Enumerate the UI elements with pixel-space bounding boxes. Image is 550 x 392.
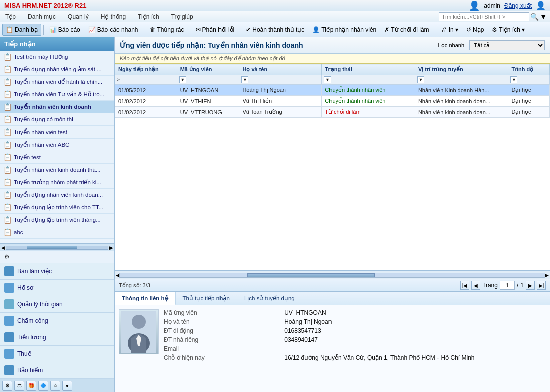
bottom-icon-2[interactable]: 🎁	[26, 381, 36, 391]
sidebar-item-label-5: Tuyển dụng có môn thi	[14, 116, 73, 123]
toolbar-bao-cao[interactable]: 📊 Báo cáo	[46, 24, 84, 36]
toolbar-hoan-thanh[interactable]: ✔ Hoàn thành thủ tục	[242, 24, 308, 36]
toolbar-bao-cao-nhanh[interactable]: 📈 Báo cáo nhanh	[85, 24, 142, 36]
tab-lich-su-tuyen-dung[interactable]: Lịch sử tuyển dụng	[237, 292, 302, 305]
sidebar-nav-cham-cong[interactable]: Chấm công	[0, 313, 114, 329]
page-number-input[interactable]	[500, 281, 515, 290]
toolbar-tu-choi[interactable]: ✗ Từ chối đi làm	[381, 24, 432, 36]
filter-trinh-do-icon[interactable]: ▼	[510, 76, 517, 83]
sidebar-nav-ban-lam-viec[interactable]: Bàn làm việc	[0, 263, 114, 280]
search-input[interactable]	[439, 12, 529, 21]
sidebar-item-7[interactable]: 📋 Tuyển nhân viên ABC	[0, 139, 114, 151]
dt-nha-rieng-label: ĐT nhà riêng	[164, 336, 276, 343]
sidebar-nav-quan-ly-thoi-gian[interactable]: Quản lý thời gian	[0, 296, 114, 313]
sidebar-item-icon-4: 📋	[3, 103, 12, 111]
table-row[interactable]: 01/02/2012 UV_VTHIEN Vũ Thị Hiền Chuyển …	[115, 96, 550, 107]
svg-point-1	[132, 315, 146, 329]
prev-page-btn[interactable]: ◀	[471, 281, 480, 290]
menu-quan-ly[interactable]: Quản lý	[66, 12, 91, 21]
cham-cong-label: Chấm công	[17, 317, 48, 324]
filter-select[interactable]: Tất cả Chuyển thành nhân viên Từ chối đi…	[469, 40, 545, 50]
separator-5	[435, 25, 435, 35]
bao-cao-label: Báo cáo	[58, 26, 80, 33]
search-icon[interactable]: 🔍	[530, 13, 539, 21]
toolbar-tiep-nhan-nv[interactable]: 👤 Tiếp nhận nhân viên	[309, 24, 380, 36]
sidebar-item-13[interactable]: 📋 Tuyển dụng lập trình viên tháng...	[0, 214, 114, 226]
col-vi-tri[interactable]: Vị trí trúng tuyển	[415, 64, 508, 75]
sidebar-item-14[interactable]: 📋 abc	[0, 226, 114, 239]
sidebar-item-2[interactable]: 📋 Tuyển nhân viên để hành là chín...	[0, 76, 114, 88]
hscroll-thumb[interactable]	[247, 273, 375, 277]
toolbar-danh-ba[interactable]: 📋 Danh bạ	[2, 24, 41, 36]
table-hscroll[interactable]: ◀ ▶	[115, 271, 550, 279]
sidebar-item-4[interactable]: 📋 Tuyển nhân viên kinh doanh	[0, 101, 114, 113]
filter-ma-icon[interactable]: ▼	[179, 76, 186, 83]
toolbar-phan-hoi-loi[interactable]: ✉ Phản hồi lỗi	[192, 24, 238, 36]
sidebar-item-8[interactable]: 📋 Tuyển test	[0, 151, 114, 164]
filter-ten-icon[interactable]: ▼	[241, 76, 248, 83]
sidebar-item-10[interactable]: 📋 Tuyển trưởng nhóm phát triển ki...	[0, 176, 114, 189]
sidebar-scroll-right[interactable]: ▶	[108, 245, 114, 250]
sidebar-list: 📋 Test trên máy Hường 📋 Tuyển dụng nhân …	[0, 51, 114, 243]
bottom-icon-5[interactable]: ●	[62, 381, 72, 391]
sidebar-item-label-0: Test trên máy Hường	[14, 53, 68, 60]
content-header: Ứng viên được tiếp nhận: Tuyển nhân viên…	[115, 37, 550, 54]
sidebar-item-6[interactable]: 📋 Tuyển nhân viên test	[0, 126, 114, 139]
filter-trang-thai-icon[interactable]: ▼	[324, 76, 331, 83]
col-ngay-tiep-nhan[interactable]: Ngày tiếp nhận	[115, 64, 177, 75]
sidebar-item-label-7: Tuyển nhân viên ABC	[14, 141, 69, 148]
bottom-icon-0[interactable]: ⚙	[2, 381, 12, 391]
sidebar-scroll-left[interactable]: ◀	[0, 245, 6, 250]
menu-tien-ich[interactable]: Tiện ích	[136, 12, 161, 21]
separator-1	[43, 25, 44, 35]
sidebar-item-label-12: Tuyển dụng lập trình viên cho TT...	[14, 204, 103, 211]
sidebar-item-3[interactable]: 📋 Tuyển nhân viên Tư vấn & Hỗ tro...	[0, 88, 114, 101]
sidebar-scroll-thumb[interactable]	[27, 246, 78, 249]
app-logo: MISA HRM.NET 2012® R21	[4, 2, 86, 9]
sidebar-nav-bao-hiem[interactable]: Bảo hiểm	[0, 362, 114, 379]
hscroll-right-btn[interactable]: ▶	[545, 273, 549, 278]
bottom-icon-4[interactable]: ☆	[50, 381, 60, 391]
sidebar-item-1[interactable]: 📋 Tuyển dụng nhân viên giảm sát ...	[0, 63, 114, 76]
col-trinh-do[interactable]: Trình độ	[508, 64, 550, 75]
menu-he-thong[interactable]: Hệ thống	[99, 12, 128, 21]
table-row[interactable]: 01/02/2012 UV_VTTRUONG Vũ Toàn Trường Từ…	[115, 107, 550, 118]
tab-thong-tin-lien-he[interactable]: Thông tin liên hệ	[115, 292, 176, 305]
separator-4	[240, 25, 240, 35]
sidebar-item-11[interactable]: 📋 Tuyển dụng nhân viên kinh doan...	[0, 189, 114, 201]
toolbar-in[interactable]: 🖨 In ▾	[437, 24, 462, 36]
sidebar-hscroll[interactable]: ◀ ▶	[0, 243, 114, 251]
sidebar-nav-thue[interactable]: Thuế	[0, 346, 114, 362]
filter-vi-tri-icon[interactable]: ▼	[417, 76, 424, 83]
search-options-icon[interactable]: ▼	[540, 13, 547, 21]
tab-thu-tuc-tiep-nhan[interactable]: Thủ tục tiếp nhận	[176, 292, 237, 305]
filter-trinh-do: ▼	[508, 75, 550, 85]
toolbar-tien-ich[interactable]: ⚙ Tiện ích ▾	[488, 24, 528, 36]
sidebar-nav-ho-so[interactable]: Hồ sơ	[0, 280, 114, 296]
sidebar-item-12[interactable]: 📋 Tuyển dụng lập trình viên cho TT...	[0, 201, 114, 214]
col-ho-ten[interactable]: Họ và tên	[239, 64, 322, 75]
sidebar-item-label-3: Tuyển nhân viên Tư vấn & Hỗ tro...	[14, 91, 104, 98]
sidebar-item-0[interactable]: 📋 Test trên máy Hường	[0, 51, 114, 63]
content-title: Ứng viên được tiếp nhận: Tuyển nhân viên…	[120, 41, 303, 49]
col-trang-thai[interactable]: Trạng thái	[322, 64, 415, 75]
bottom-icon-3[interactable]: 🔷	[38, 381, 48, 391]
table-row[interactable]: 01/05/2012 UV_HTNGOAN Hoàng Thị Ngoan Ch…	[115, 85, 550, 96]
sidebar-settings-button[interactable]: ⚙	[0, 251, 114, 263]
toolbar-thung-rac[interactable]: 🗑 Thùng rác	[146, 24, 188, 36]
filter-ngay-operator[interactable]: ≥	[117, 77, 120, 82]
menu-tep[interactable]: Tệp	[3, 12, 18, 21]
sidebar-item-9[interactable]: 📋 Tuyển nhân viên kinh doanh thá...	[0, 164, 114, 176]
logout-button[interactable]: Đăng xuất	[504, 2, 532, 9]
last-page-btn[interactable]: ▶|	[537, 281, 546, 290]
sidebar-item-5[interactable]: 📋 Tuyển dụng có môn thi	[0, 113, 114, 126]
bottom-icon-1[interactable]: ⚖	[14, 381, 24, 391]
hscroll-left-btn[interactable]: ◀	[116, 273, 119, 278]
menu-danh-muc[interactable]: Danh mục	[26, 12, 58, 21]
next-page-btn[interactable]: ▶	[526, 281, 535, 290]
toolbar-nap[interactable]: ↺ Nạp	[463, 24, 487, 36]
col-ma-uv[interactable]: Mã ứng viên	[177, 64, 239, 75]
first-page-btn[interactable]: |◀	[460, 281, 469, 290]
sidebar-nav-tien-luong[interactable]: Tiền lương	[0, 329, 114, 346]
menu-tro-giup[interactable]: Trợ giúp	[169, 12, 195, 21]
